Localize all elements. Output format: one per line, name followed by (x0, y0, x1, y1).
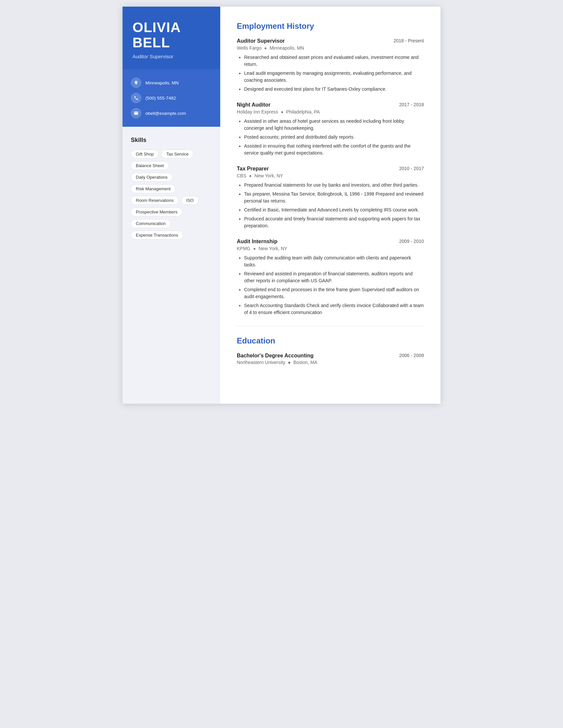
job-block: Auditor Supervisor2018 - PresentWells Fa… (237, 38, 424, 93)
edu-dates: 2006 - 2009 (399, 353, 424, 358)
skill-tag: Prospective Members (131, 207, 182, 216)
bullet-separator: ● (281, 109, 284, 114)
job-title: Tax Preparer (237, 166, 269, 172)
job-header: Auditor Supervisor2018 - Present (237, 38, 424, 44)
main-content: Employment History Auditor Supervisor201… (220, 7, 441, 404)
company-name: KPMG (237, 246, 250, 251)
section-divider (237, 326, 424, 326)
job-company: Wells Fargo ● Minneapolis, MN (237, 45, 424, 51)
job-bullets: Assisted in other areas of hotel guest s… (237, 118, 424, 157)
company-name: Wells Fargo (237, 45, 261, 51)
skill-tag: Tax Service (161, 150, 193, 159)
job-company: KPMG ● New York, NY (237, 246, 424, 251)
school-location: Boston, MA (294, 360, 317, 365)
education-block: Bachelor's Degree AccountingNortheastern… (237, 353, 424, 365)
job-bullet-item: Certified in Basic, Intermediate and Adv… (244, 206, 424, 213)
job-bullet-item: Supported the auditing team with daily c… (244, 254, 424, 268)
job-header: Audit Internship2009 - 2010 (237, 239, 424, 245)
skill-tag: Expense Transactions (131, 231, 183, 240)
company-location: New York, NY (254, 173, 283, 178)
job-bullet-item: Assisted in other areas of hotel guest s… (244, 118, 424, 132)
job-title: Audit Internship (237, 239, 277, 245)
skill-tag: Room Reservations (131, 196, 178, 205)
company-name: Holiday Inn Express (237, 109, 278, 114)
job-dates: 2018 - Present (394, 38, 424, 43)
skill-tag: ISO (181, 196, 198, 205)
company-name: CBS (237, 173, 246, 178)
bullet-separator: ● (253, 246, 256, 251)
sidebar: OLIVIA BELL Auditor Supervisor Minneapol… (122, 7, 220, 404)
edu-school: Northeastern University ● Boston, MA (237, 360, 317, 365)
candidate-title: Auditor Supervisor (132, 54, 210, 59)
skills-heading: Skills (131, 137, 212, 144)
skills-list: Gift ShopTax ServiceBalance SheetDaily O… (131, 150, 212, 240)
job-company: CBS ● New York, NY (237, 173, 424, 178)
edu-degree: Bachelor's Degree Accounting (237, 353, 317, 359)
edu-info: Bachelor's Degree AccountingNortheastern… (237, 353, 317, 365)
email-icon (131, 108, 141, 118)
phone-text: (500) 555-7482 (145, 96, 176, 101)
skill-tag: Balance Sheet (131, 161, 169, 170)
job-block: Audit Internship2009 - 2010KPMG ● New Yo… (237, 239, 424, 316)
job-bullet-item: Researched and obtained asset prices and… (244, 54, 424, 68)
job-block: Tax Preparer2010 - 2017CBS ● New York, N… (237, 166, 424, 229)
job-bullet-item: Search Accounting Standards Check and ve… (244, 302, 424, 316)
job-company: Holiday Inn Express ● Philadelphia, PA (237, 109, 424, 114)
phone-icon (131, 93, 141, 103)
job-dates: 2017 - 2018 (399, 102, 424, 107)
company-location: Minneapolis, MN (269, 45, 304, 51)
job-dates: 2009 - 2010 (399, 239, 424, 244)
contact-phone: (500) 555-7482 (131, 93, 212, 103)
job-bullet-item: Completed end to end processes in the ti… (244, 286, 424, 300)
skill-tag: Communication (131, 219, 170, 228)
skill-tag: Risk Management (131, 184, 175, 193)
sidebar-header: OLIVIA BELL Auditor Supervisor (122, 7, 220, 69)
contact-location: Minneapolis, MN (131, 77, 212, 88)
job-bullets: Supported the auditing team with daily c… (237, 254, 424, 316)
location-icon (131, 77, 141, 88)
job-bullet-item: Prepared financial statements for use by… (244, 182, 424, 189)
job-bullet-item: Designed and executed test plans for IT … (244, 86, 424, 93)
bullet-separator: ● (264, 45, 266, 51)
company-location: New York, NY (258, 246, 287, 251)
school-name: Northeastern University (237, 360, 285, 365)
job-title: Auditor Supervisor (237, 38, 285, 44)
location-text: Minneapolis, MN (145, 80, 179, 85)
employment-heading: Employment History (237, 22, 424, 31)
bullet-separator: ● (249, 173, 252, 178)
candidate-name: OLIVIA BELL (132, 20, 210, 50)
job-dates: 2010 - 2017 (399, 166, 424, 171)
contact-section: Minneapolis, MN (500) 555-7482 obell@exa… (122, 69, 220, 127)
job-bullet-item: Reviewed and assisted in preparation of … (244, 270, 424, 284)
bullet-separator: ● (288, 360, 291, 365)
job-bullets: Prepared financial statements for use by… (237, 182, 424, 229)
job-bullet-item: Produced accurate and timely financial s… (244, 215, 424, 229)
job-bullet-item: Posted accounts; printed and distributed… (244, 134, 424, 141)
job-header: Night Auditor2017 - 2018 (237, 102, 424, 108)
job-header: Tax Preparer2010 - 2017 (237, 166, 424, 172)
job-bullet-item: Tax preparer, Messina Tax Service, Bolin… (244, 191, 424, 205)
company-location: Philadelphia, PA (286, 109, 320, 114)
email-text: obell@example.com (145, 111, 186, 116)
education-container: Bachelor's Degree AccountingNortheastern… (237, 353, 424, 365)
job-bullets: Researched and obtained asset prices and… (237, 54, 424, 93)
job-bullet-item: Lead audit engagements by managing assig… (244, 70, 424, 84)
skill-tag: Gift Shop (131, 150, 159, 159)
contact-email: obell@example.com (131, 108, 212, 118)
skills-section: Skills Gift ShopTax ServiceBalance Sheet… (122, 127, 220, 404)
resume-container: OLIVIA BELL Auditor Supervisor Minneapol… (122, 7, 441, 404)
job-title: Night Auditor (237, 102, 270, 108)
skill-tag: Daily Operations (131, 173, 172, 182)
job-block: Night Auditor2017 - 2018Holiday Inn Expr… (237, 102, 424, 157)
education-heading: Education (237, 336, 424, 345)
job-bullet-item: Assisted in ensuring that nothing interf… (244, 143, 424, 157)
jobs-container: Auditor Supervisor2018 - PresentWells Fa… (237, 38, 424, 316)
